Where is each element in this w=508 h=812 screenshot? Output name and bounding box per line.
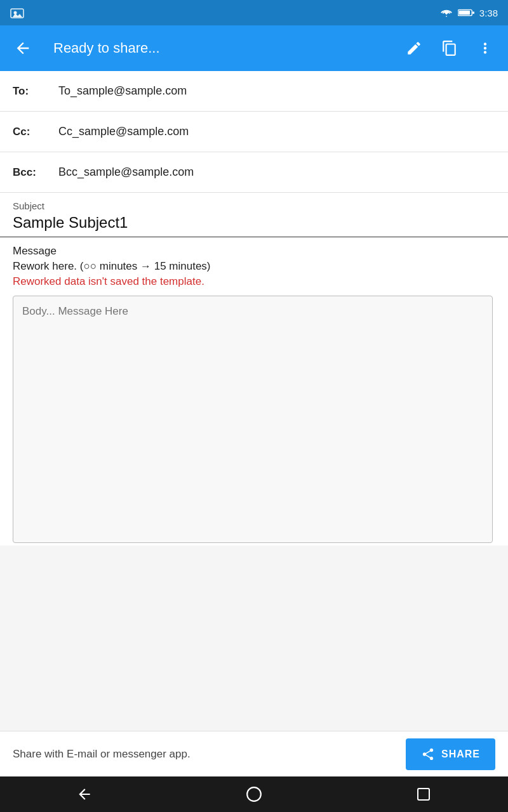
share-button[interactable]: SHARE bbox=[406, 738, 495, 770]
message-label: Message bbox=[13, 245, 495, 258]
cc-label: Cc: bbox=[13, 126, 51, 138]
share-button-label: SHARE bbox=[441, 749, 480, 760]
bcc-value: Bcc_sample@sample.com bbox=[58, 166, 194, 179]
rework-text: Rework here. (○○ minutes → 15 minutes) bbox=[13, 260, 495, 273]
warning-text: Reworked data isn't saved the template. bbox=[13, 275, 495, 288]
subject-section: Subject Sample Subject1 bbox=[0, 193, 508, 237]
cc-row: Cc: Cc_sample@sample.com bbox=[0, 112, 508, 152]
nav-back-button[interactable] bbox=[65, 782, 104, 807]
svg-point-6 bbox=[247, 787, 261, 801]
svg-marker-2 bbox=[13, 13, 22, 17]
more-button[interactable] bbox=[470, 33, 500, 63]
share-description: Share with E-mail or messenger app. bbox=[13, 748, 190, 761]
app-bar: Ready to share... bbox=[0, 25, 508, 71]
svg-rect-7 bbox=[418, 789, 429, 800]
nav-recent-button[interactable] bbox=[404, 782, 443, 807]
message-section: Message Rework here. (○○ minutes → 15 mi… bbox=[0, 237, 508, 546]
status-icons: 3:38 bbox=[440, 8, 498, 18]
svg-rect-4 bbox=[458, 11, 470, 15]
nav-bar bbox=[0, 776, 508, 812]
to-label: To: bbox=[13, 85, 51, 98]
subject-value: Sample Subject1 bbox=[13, 214, 495, 237]
bcc-label: Bcc: bbox=[13, 166, 51, 179]
status-time: 3:38 bbox=[479, 8, 498, 18]
copy-button[interactable] bbox=[434, 33, 465, 63]
cc-value: Cc_sample@sample.com bbox=[58, 125, 189, 138]
app-bar-title: Ready to share... bbox=[53, 40, 389, 56]
subject-label: Subject bbox=[13, 200, 495, 211]
edit-button[interactable] bbox=[399, 33, 429, 63]
status-bar-left bbox=[10, 7, 440, 18]
email-form: To: To_sample@sample.com Cc: Cc_sample@s… bbox=[0, 71, 508, 546]
app-bar-actions bbox=[399, 33, 500, 63]
bottom-bar: Share with E-mail or messenger app. SHAR… bbox=[0, 731, 508, 776]
nav-home-button[interactable] bbox=[235, 782, 273, 807]
to-value: To_sample@sample.com bbox=[58, 84, 187, 98]
svg-rect-5 bbox=[472, 11, 474, 14]
body-textarea[interactable] bbox=[13, 296, 493, 543]
back-button[interactable] bbox=[8, 33, 38, 63]
status-bar: 3:38 bbox=[0, 0, 508, 25]
to-row: To: To_sample@sample.com bbox=[0, 71, 508, 112]
bcc-row: Bcc: Bcc_sample@sample.com bbox=[0, 152, 508, 193]
share-icon bbox=[421, 747, 435, 761]
